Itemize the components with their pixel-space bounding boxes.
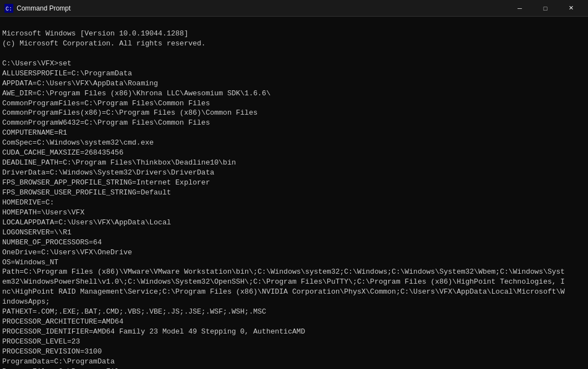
console-line: HOMEPATH=\Users\VFX — [2, 208, 586, 218]
console-line: LOCALAPPDATA=C:\Users\VFX\AppData\Local — [2, 218, 586, 228]
window-title: Command Prompt — [17, 4, 70, 12]
console-line: indowsApps; — [2, 297, 586, 307]
console-line: Microsoft Windows [Version 10.0.19044.12… — [2, 29, 586, 39]
svg-text:C:: C: — [6, 6, 12, 12]
console-line: FPS_BROWSER_APP_PROFILE_STRING=Internet … — [2, 178, 586, 188]
console-line: PROCESSOR_REVISION=3100 — [2, 347, 586, 357]
console-output: Microsoft Windows [Version 10.0.19044.12… — [0, 17, 588, 369]
console-line: PROCESSOR_IDENTIFIER=AMD64 Family 23 Mod… — [2, 327, 586, 337]
console-line: AWE_DIR=C:\Program Files (x86)\Khrona LL… — [2, 89, 586, 99]
console-line: DEADLINE_PATH=C:\Program Files\Thinkbox\… — [2, 158, 586, 168]
console-line: DriverData=C:\Windows\System32\Drivers\D… — [2, 168, 586, 178]
title-bar-left: C: Command Prompt — [4, 4, 70, 13]
console-line: APPDATA=C:\Users\VFX\AppData\Roaming — [2, 79, 586, 89]
cmd-icon: C: — [4, 4, 13, 13]
console-line: OS=Windows_NT — [2, 258, 586, 268]
console-line: C:\Users\VFX>set — [2, 59, 586, 69]
console-line: (c) Microsoft Corporation. All rights re… — [2, 39, 586, 49]
console-line: HOMEDRIVE=C: — [2, 198, 586, 208]
title-bar: C: Command Prompt ─ □ ✕ — [0, 0, 588, 17]
console-line: COMPUTERNAME=R1 — [2, 128, 586, 138]
console-line: CommonProgramFiles(x86)=C:\Program Files… — [2, 108, 586, 118]
console-line: PATHEXT=.COM;.EXE;.BAT;.CMD;.VBS;.VBE;.J… — [2, 307, 586, 317]
console-line: CUDA_CACHE_MAXSIZE=268435456 — [2, 148, 586, 158]
console-line: Path=C:\Program Files (x86)\VMware\VMwar… — [2, 267, 586, 277]
maximize-button[interactable]: □ — [533, 0, 558, 17]
console-line: em32\WindowsPowerShell\v1.0\;C:\Windows\… — [2, 277, 586, 287]
close-button[interactable]: ✕ — [558, 0, 584, 17]
console-line — [2, 49, 586, 59]
console-line: FPS_BROWSER_USER_PROFILE_STRING=Default — [2, 188, 586, 198]
console-line: PROCESSOR_LEVEL=23 — [2, 337, 586, 347]
console-line: ProgramFiles=C:\Program Files — [2, 367, 586, 369]
console-line: LOGONSERVER=\\R1 — [2, 228, 586, 238]
minimize-button[interactable]: ─ — [507, 0, 533, 17]
console-line: NUMBER_OF_PROCESSORS=64 — [2, 238, 586, 248]
window-controls: ─ □ ✕ — [507, 0, 584, 17]
console-line: CommonProgramFiles=C:\Program Files\Comm… — [2, 99, 586, 109]
console-line: PROCESSOR_ARCHITECTURE=AMD64 — [2, 317, 586, 327]
console-line: CommonProgramW6432=C:\Program Files\Comm… — [2, 118, 586, 128]
console-line: ALLUSERSPROFILE=C:\ProgramData — [2, 69, 586, 79]
console-line: ProgramData=C:\ProgramData — [2, 357, 586, 367]
console-line: ComSpec=C:\Windows\system32\cmd.exe — [2, 138, 586, 148]
console-line: OneDrive=C:\Users\VFX\OneDrive — [2, 248, 586, 258]
console-line: nc\HighPoint RAID Management\Service;C:\… — [2, 287, 586, 297]
